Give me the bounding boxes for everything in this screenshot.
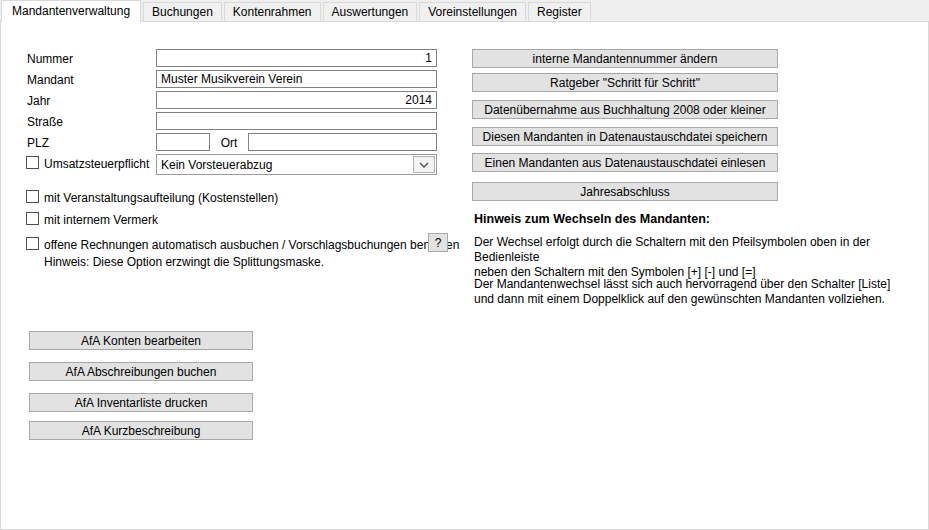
tab-label: Mandantenverwaltung: [12, 4, 130, 18]
tab-label: Register: [537, 5, 582, 19]
tab-buchungen[interactable]: Buchungen: [143, 2, 222, 22]
nummer-input[interactable]: [156, 49, 437, 67]
interner-vermerk-checkbox[interactable]: [26, 212, 39, 225]
vorsteuerabzug-dropdown[interactable]: Kein Vorsteuerabzug: [156, 154, 437, 175]
ratgeber-schritt-fuer-schritt-button[interactable]: Ratgeber "Schritt für Schritt": [472, 73, 778, 92]
afa-kurzbeschreibung-button[interactable]: AfA Kurzbeschreibung: [29, 421, 253, 440]
mandant-aus-datenaustauschdatei-einlesen-button[interactable]: Einen Mandanten aus Datenaustauschdatei …: [472, 153, 778, 172]
mandant-in-datenaustauschdatei-speichern-button[interactable]: Diesen Mandanten in Datenaustauschdatei …: [472, 127, 778, 146]
jahr-input[interactable]: [156, 91, 437, 109]
hinweis-p2-line1: Der Mandantenwechsel lässt sich auch her…: [474, 277, 890, 292]
mandantenverwaltung-window: { "tabs": { "items": [ { "label": "Manda…: [0, 0, 929, 530]
strasse-label: Straße: [27, 115, 63, 129]
tab-label: Voreinstellungen: [428, 5, 517, 19]
chevron-down-icon: [419, 162, 429, 168]
tab-label: Auswertungen: [332, 5, 409, 19]
tab-strip: Mandantenverwaltung Buchungen Kontenrahm…: [1, 0, 593, 22]
hinweis-p1-line1: Der Wechsel erfolgt durch die Schaltern …: [474, 235, 929, 265]
tab-mandantenverwaltung[interactable]: Mandantenverwaltung: [1, 0, 141, 22]
umsatzsteuerpflicht-checkbox[interactable]: [26, 156, 39, 169]
afa-konten-bearbeiten-button[interactable]: AfA Konten bearbeiten: [29, 331, 253, 350]
tab-kontenrahmen[interactable]: Kontenrahmen: [224, 2, 321, 22]
nummer-label: Nummer: [27, 52, 73, 66]
offene-rechnungen-checkbox[interactable]: [26, 237, 39, 250]
afa-inventarliste-drucken-button[interactable]: AfA Inventarliste drucken: [29, 393, 253, 412]
umsatzsteuerpflicht-label: Umsatzsteuerpflicht: [44, 157, 149, 171]
datenuebernahme-buchhaltung-button[interactable]: Datenübernahme aus Buchhaltung 2008 oder…: [472, 100, 778, 119]
ort-input[interactable]: [248, 133, 437, 151]
hinweis-p2-line2: und dann mit einem Doppelklick auf den g…: [474, 292, 890, 307]
tab-voreinstellungen[interactable]: Voreinstellungen: [419, 2, 526, 22]
hinweis-paragraph-2: Der Mandantenwechsel lässt sich auch her…: [474, 277, 890, 307]
tab-label: Buchungen: [152, 5, 213, 19]
ort-label: Ort: [210, 136, 248, 150]
afa-abschreibungen-buchen-button[interactable]: AfA Abschreibungen buchen: [29, 362, 253, 381]
offene-rechnungen-label: offene Rechnungen automatisch ausbuchen …: [44, 238, 459, 252]
dropdown-arrow-button[interactable]: [413, 156, 435, 173]
plz-input[interactable]: [156, 133, 210, 151]
help-button[interactable]: ?: [428, 233, 448, 252]
mandant-label: Mandant: [27, 73, 74, 87]
vorsteuerabzug-selected-value: Kein Vorsteuerabzug: [157, 158, 412, 172]
hinweis-paragraph-1: Der Wechsel erfolgt durch die Schaltern …: [474, 235, 929, 280]
tab-register[interactable]: Register: [528, 2, 591, 22]
splittungsmaske-hint: Hinweis: Diese Option erzwingt die Split…: [44, 255, 324, 269]
mandant-input[interactable]: [156, 70, 437, 88]
jahr-label: Jahr: [27, 94, 50, 108]
veranstaltungsaufteilung-label: mit Veranstaltungsaufteilung (Kostenstel…: [44, 191, 278, 205]
tab-auswertungen[interactable]: Auswertungen: [323, 2, 418, 22]
strasse-input[interactable]: [156, 112, 437, 130]
hinweis-heading: Hinweis zum Wechseln des Mandanten:: [474, 212, 710, 226]
jahresabschluss-button[interactable]: Jahresabschluss: [472, 182, 778, 201]
veranstaltungsaufteilung-checkbox[interactable]: [26, 190, 39, 203]
plz-label: PLZ: [27, 136, 49, 150]
interne-mandantennummer-aendern-button[interactable]: interne Mandantennummer ändern: [472, 49, 778, 68]
tab-label: Kontenrahmen: [233, 5, 312, 19]
interner-vermerk-label: mit internem Vermerk: [44, 213, 158, 227]
